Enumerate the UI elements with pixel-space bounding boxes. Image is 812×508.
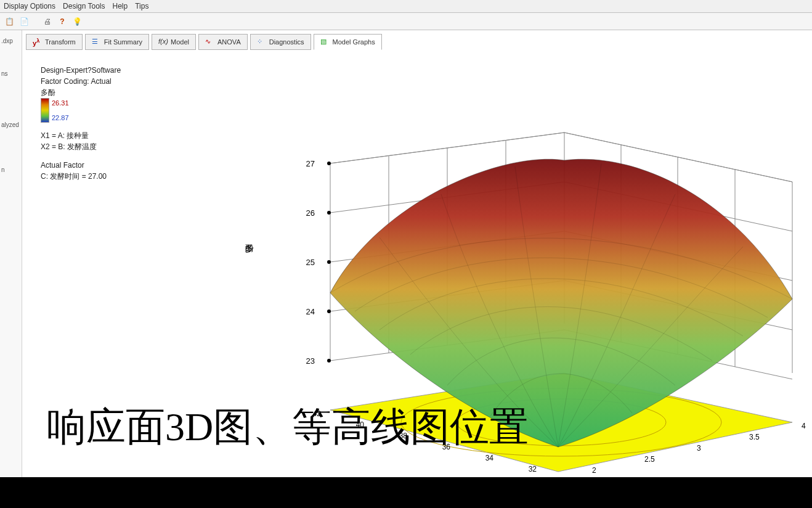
y-lambda-icon: yλ (33, 38, 41, 46)
left-item: ns (0, 67, 22, 81)
svg-text:2.5: 2.5 (644, 455, 655, 464)
left-item: alyzed (0, 118, 22, 132)
tab-label: Transform (45, 38, 76, 46)
bottom-black-bar (0, 477, 812, 508)
surface-icon: ▧ (320, 38, 329, 46)
svg-point-30 (327, 260, 331, 264)
svg-text:27: 27 (306, 159, 315, 168)
tab-anova[interactable]: ∿ ANOVA (198, 34, 248, 50)
svg-text:23: 23 (306, 356, 315, 366)
svg-text:26: 26 (306, 208, 315, 218)
tab-label: ANOVA (217, 38, 241, 46)
response-label: 多酚 (41, 87, 794, 98)
tab-model-graphs[interactable]: ▧ Model Graphs (314, 34, 382, 50)
curve-icon: ∿ (205, 38, 214, 46)
file-label: .dxp (0, 34, 22, 48)
svg-text:2: 2 (592, 466, 596, 475)
svg-text:3.5: 3.5 (749, 433, 760, 441)
tab-label: Fit Summary (104, 38, 142, 46)
chart-area: Design-Expert?Software Factor Coding: Ac… (22, 52, 812, 182)
svg-text:24: 24 (306, 307, 315, 316)
scatter-icon: ⁘ (257, 38, 266, 46)
main-area: yλ Transform ☰ Fit Summary f(x) Model ∿ … (22, 30, 812, 506)
menu-tips[interactable]: Tips (135, 2, 148, 10)
z-axis-ticks: 27 26 25 24 23 (306, 159, 331, 366)
left-item: n (0, 163, 22, 177)
software-label: Design-Expert?Software (41, 65, 794, 76)
tab-fit-summary[interactable]: ☰ Fit Summary (85, 34, 149, 50)
tab-label: Model Graphs (333, 38, 375, 46)
svg-text:3: 3 (697, 444, 701, 453)
coding-label: Factor Coding: Actual (41, 76, 794, 87)
svg-point-28 (327, 162, 331, 165)
tab-transform[interactable]: yλ Transform (26, 34, 83, 50)
menu-design-tools[interactable]: Design Tools (63, 2, 105, 10)
clipboard-icon[interactable]: 📋 (4, 16, 15, 27)
menu-bar: Display Options Design Tools Help Tips (0, 0, 812, 13)
overlay-caption: 响应面3D图、等高线图位置 (47, 400, 529, 454)
toolbar: 📋 📄 🖨 ? 💡 (0, 13, 812, 30)
scale-max: 26.31 (52, 98, 69, 109)
svg-text:32: 32 (529, 465, 537, 473)
lightbulb-icon[interactable]: 💡 (71, 16, 83, 27)
tab-label: Diagnostics (269, 38, 304, 46)
fx-icon: f(x) (158, 38, 167, 46)
svg-point-32 (327, 359, 331, 363)
svg-point-31 (327, 309, 331, 313)
help-icon[interactable]: ? (57, 16, 68, 27)
svg-point-29 (327, 211, 331, 215)
tab-strip: yλ Transform ☰ Fit Summary f(x) Model ∿ … (22, 30, 812, 50)
bars-icon: ☰ (92, 38, 100, 46)
paste-icon[interactable]: 📄 (18, 16, 30, 27)
svg-text:4: 4 (802, 422, 806, 430)
menu-help[interactable]: Help (113, 2, 128, 10)
tab-label: Model (171, 38, 189, 46)
svg-text:25: 25 (306, 258, 315, 267)
scale-min: 22.87 (52, 113, 69, 123)
color-scale-icon (41, 98, 49, 123)
menu-display-options[interactable]: Display Options (4, 2, 55, 10)
svg-text:34: 34 (485, 454, 494, 462)
tab-model[interactable]: f(x) Model (152, 34, 196, 50)
left-panel: .dxp ns alyzed n (0, 30, 22, 506)
print-icon[interactable]: 🖨 (42, 16, 53, 27)
tab-diagnostics[interactable]: ⁘ Diagnostics (250, 34, 311, 50)
